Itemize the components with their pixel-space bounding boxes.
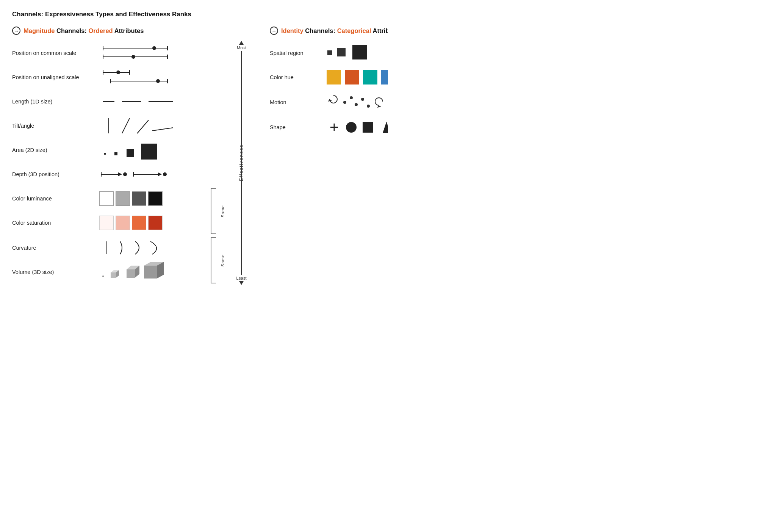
bracket-svg-same2 xyxy=(209,236,221,285)
svg-rect-46 xyxy=(327,50,332,55)
page-title: Channels: Expressiveness Types and Effec… xyxy=(12,11,376,18)
sat-sq3 xyxy=(132,216,146,230)
label-luminance: Color luminance xyxy=(12,196,95,202)
sat-sq1 xyxy=(99,216,114,230)
axis-top-label: Most xyxy=(237,45,246,50)
categorical-label: Categorical xyxy=(337,27,371,34)
sat-sq2 xyxy=(116,216,130,230)
svg-marker-60 xyxy=(383,122,388,133)
svg-line-21 xyxy=(137,120,149,133)
svg-pos-common xyxy=(99,44,175,63)
lum-sq4 xyxy=(148,191,163,206)
svg-volume xyxy=(99,262,175,283)
visual-area xyxy=(95,141,225,160)
attributes-label-left: Attributes xyxy=(114,27,144,34)
svg-point-34 xyxy=(163,172,167,176)
same-label-2: Same xyxy=(221,254,225,267)
label-spatial: Spatial region xyxy=(270,50,323,56)
row-area: Area (2D size) xyxy=(12,138,225,162)
svg-rect-40 xyxy=(127,269,135,278)
visual-volume xyxy=(95,262,206,283)
label-motion: Motion xyxy=(270,99,323,105)
svg-line-20 xyxy=(122,118,130,133)
svg-point-54 xyxy=(367,105,370,108)
label-shape: Shape xyxy=(270,124,323,130)
svg-point-50 xyxy=(343,101,346,104)
saturation-squares xyxy=(99,216,163,230)
bracket-rows-same1: Color luminance xyxy=(12,186,206,236)
row-luminance: Color luminance xyxy=(12,186,206,211)
row-shape: Shape xyxy=(270,115,388,139)
lum-sq3 xyxy=(132,191,146,206)
svg-point-3 xyxy=(152,46,156,50)
visual-tilt xyxy=(95,116,225,135)
bracket-same2: Curvature xyxy=(12,236,225,285)
svg-motion xyxy=(327,91,388,114)
lum-sq2 xyxy=(116,191,130,206)
row-depth: Depth (3D position) xyxy=(12,162,225,186)
svg-point-7 xyxy=(131,55,135,59)
magnitude-section: → Magnitude Channels: Ordered Attributes… xyxy=(12,27,255,285)
svg-rect-43 xyxy=(144,266,157,279)
sat-sq4 xyxy=(148,216,163,230)
visual-length xyxy=(95,98,225,105)
label-tilt: Tilt/angle xyxy=(12,123,95,129)
visual-curvature xyxy=(95,238,206,257)
visual-hue xyxy=(323,70,388,84)
axis-arrow-up xyxy=(239,41,244,45)
visual-luminance xyxy=(95,191,206,206)
row-tilt: Tilt/angle xyxy=(12,114,225,138)
svg-length xyxy=(99,98,175,105)
svg-point-52 xyxy=(355,103,358,106)
svg-tilt xyxy=(99,116,175,135)
lum-sq1 xyxy=(99,191,114,206)
hue-sq1 xyxy=(327,70,341,84)
svg-area xyxy=(99,141,175,160)
magnitude-arrow-icon: → xyxy=(12,27,20,35)
label-depth: Depth (3D position) xyxy=(12,171,95,177)
magnitude-rows: Position on common scale xyxy=(12,41,225,285)
row-hue: Color hue xyxy=(270,65,388,89)
same-label-1: Same xyxy=(221,205,225,217)
svg-marker-55 xyxy=(377,105,381,108)
label-area: Area (2D size) xyxy=(12,147,95,153)
bracket-same1: Color luminance xyxy=(12,186,225,236)
row-motion: Motion xyxy=(270,89,388,115)
visual-motion xyxy=(323,91,388,114)
visual-saturation xyxy=(95,216,206,230)
svg-spatial xyxy=(327,44,376,63)
visual-depth xyxy=(95,169,225,180)
axis-arrow-down xyxy=(239,281,244,285)
luminance-squares xyxy=(99,191,163,206)
identity-section: → Identity Channels: Categorical Attribu… xyxy=(255,27,388,139)
svg-point-11 xyxy=(116,70,120,74)
label-saturation: Color saturation xyxy=(12,220,95,226)
svg-shape xyxy=(327,118,388,137)
visual-pos-unaligned xyxy=(95,68,225,87)
row-pos-unaligned: Position on unaligned scale xyxy=(12,65,225,89)
channels-label-right: Channels: xyxy=(305,27,335,34)
svg-rect-47 xyxy=(337,48,346,56)
attributes-label-right: Attributes xyxy=(372,27,388,34)
svg-rect-25 xyxy=(127,149,134,157)
axis-middle-label: Effectiveness xyxy=(239,144,244,181)
svg-point-51 xyxy=(350,96,353,99)
label-pos-unaligned: Position on unaligned scale xyxy=(12,74,95,80)
row-spatial: Spatial region xyxy=(270,41,388,65)
bracket-rows-same2: Curvature xyxy=(12,236,206,285)
row-pos-common: Position on common scale xyxy=(12,41,225,65)
svg-point-23 xyxy=(104,153,106,155)
channels-label-left: Channels: xyxy=(56,27,87,34)
label-volume: Volume (3D size) xyxy=(12,269,95,275)
visual-pos-common xyxy=(95,44,225,63)
svg-marker-29 xyxy=(118,172,122,176)
hue-sq2 xyxy=(345,70,359,84)
label-pos-common: Position on common scale xyxy=(12,50,95,56)
label-length: Length (1D size) xyxy=(12,99,95,105)
hue-sq4 xyxy=(381,70,388,84)
svg-curvature xyxy=(99,238,175,257)
axis-bottom-label: Least xyxy=(236,276,247,280)
svg-rect-37 xyxy=(111,272,116,278)
svg-point-58 xyxy=(346,122,357,133)
row-volume: Volume (3D size) xyxy=(12,260,206,284)
